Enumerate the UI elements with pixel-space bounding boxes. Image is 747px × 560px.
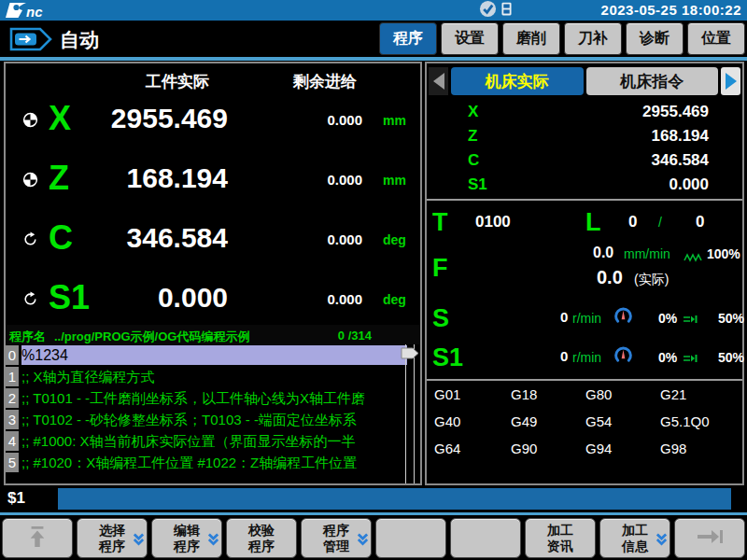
scrollbar-handle-icon[interactable] <box>401 346 419 358</box>
divider <box>427 379 742 381</box>
softkey-machining-news-button[interactable]: 加工 资讯 <box>525 518 596 558</box>
softkey-machining-info-button[interactable]: 加工 信息 <box>599 518 670 558</box>
softkey-program-manage-button[interactable]: 程序 管理 <box>301 518 372 558</box>
gcode: G40 <box>434 413 511 429</box>
program-path: ../prog/PROG示例/OG代码编程示例 <box>54 329 249 345</box>
axis-row-s1: S1 0.000 0.000 deg <box>6 280 420 321</box>
softkey-select-program-button[interactable]: 选择 程序 <box>77 518 148 558</box>
tool-life-separator: / <box>658 215 662 230</box>
axis-label: X <box>49 99 71 138</box>
softkey-verify-program-button[interactable]: 校验 程序 <box>226 518 297 558</box>
program-line[interactable]: 0 %1234 <box>6 344 407 366</box>
top-status-bar: nc 2023-05-25 18:00:22 <box>0 0 747 21</box>
workpiece-coordinate-panel: 工件实际 剩余进给 X 2955.469 0.000 mm Z 168.194 … <box>4 62 422 485</box>
softkey-label: 选择 <box>99 523 125 539</box>
program-line[interactable]: 2 ;; T0101 - -工件磨削坐标系，以工件轴心线为X轴工件磨 <box>6 387 407 409</box>
gcode: G90 <box>511 441 585 456</box>
position-icon <box>22 172 38 188</box>
chevron-down-icon <box>207 532 219 547</box>
coord-label: S1 <box>468 175 487 194</box>
program-listing: 0 %1234 1 ;; X轴为直径编程方式 2 ;; T0101 - -工件磨… <box>6 344 407 483</box>
feed-actual-value: 0.0 <box>597 267 623 288</box>
softkey-label: 程序 <box>248 539 275 554</box>
line-number: 5 <box>6 453 19 472</box>
machine-coord-row: S1 0.000 <box>427 175 742 200</box>
softkey-empty-button[interactable] <box>450 518 521 558</box>
tab-tool-comp[interactable]: 刀补 <box>564 22 622 55</box>
position-icon <box>22 112 38 128</box>
auto-mode-icon <box>9 27 52 51</box>
tab-settings[interactable]: 设置 <box>441 22 499 55</box>
softkey-label: 管理 <box>323 539 349 554</box>
program-line[interactable]: 1 ;; X轴为直径编程方式 <box>6 366 407 387</box>
tab-diagnosis[interactable]: 诊断 <box>626 22 684 55</box>
line-text: ;; T0102 - -砂轮修整坐标系；T0103 - -端面定位坐标系 <box>21 410 407 429</box>
tool-row: T 0100 L 0 / 0 <box>427 208 742 238</box>
machine-status-panel: 机床实际 机床指令 X 2955.469 Z 168.194 C 346.584… <box>425 62 744 485</box>
tab-machine-command[interactable]: 机床指令 <box>586 67 719 95</box>
axis-label: Z <box>49 159 69 198</box>
softkey-bar: 选择 程序 编辑 程序 校验 程序 程序 管理 加工 <box>0 515 747 560</box>
axis-remaining: 0.000 <box>327 291 362 307</box>
axis-unit: mm <box>383 113 406 128</box>
tab-program[interactable]: 程序 <box>379 22 437 55</box>
axis-remaining: 0.000 <box>327 231 362 247</box>
tool-life-value: 0 <box>628 213 637 231</box>
coord-label: X <box>468 103 478 121</box>
tab-machine-actual[interactable]: 机床实际 <box>451 67 584 95</box>
axis-remaining: 0.000 <box>327 172 362 188</box>
program-line[interactable]: 4 ;; #1000: X轴当前机床实际位置（界面显示坐标的一半 <box>6 430 407 452</box>
softkey-label: 加工 <box>622 523 648 539</box>
hnc-logo-icon: nc <box>5 1 63 20</box>
softkey-label: 资讯 <box>547 539 573 554</box>
feed-row: F 0.0 mm/min 100% 0.0 (实际) <box>427 243 742 299</box>
softkey-edit-program-button[interactable]: 编辑 程序 <box>151 518 222 558</box>
coord-value: 2955.469 <box>642 103 709 121</box>
line-text: ;; #1000: X轴当前机床实际位置（界面显示坐标的一半 <box>21 431 407 451</box>
softkey-page-up-button[interactable] <box>2 518 73 558</box>
gcode: G01 <box>434 386 511 402</box>
spindle-load-icon <box>683 351 699 368</box>
axis-label: C <box>49 218 73 258</box>
program-line[interactable]: 3 ;; T0102 - -砂轮修整坐标系；T0103 - -端面定位坐标系 <box>6 409 407 430</box>
gcode: G94 <box>585 441 660 456</box>
line-text: ;; #1020：X轴编程工件位置 #1022：Z轴编程工件位置 <box>21 453 407 472</box>
spindle-row: S 0 r/min 0% 50% <box>427 304 742 334</box>
line-number: 4 <box>6 431 19 451</box>
softkey-label: 信息 <box>622 539 648 554</box>
program-scrollbar[interactable] <box>405 344 415 483</box>
softkey-label: 程序 <box>174 539 200 554</box>
line-text: ;; T0101 - -工件磨削坐标系，以工件轴心线为X轴工件磨 <box>21 388 407 408</box>
axis-unit: deg <box>383 232 406 247</box>
gcode: G21 <box>660 386 733 402</box>
axis-value: 168.194 <box>127 162 228 194</box>
command-prompt: $1 <box>7 489 25 508</box>
coord-value: 346.584 <box>652 151 709 170</box>
axis-remaining: 0.000 <box>327 112 362 128</box>
right-arrow-icon <box>726 73 737 90</box>
axis-value: 346.584 <box>127 222 228 254</box>
softkey-empty-button[interactable] <box>375 518 446 558</box>
program-line[interactable]: 5 ;; #1020：X轴编程工件位置 #1022：Z轴编程工件位置 <box>6 452 407 473</box>
tab-grinding[interactable]: 磨削 <box>502 22 560 55</box>
line-text: %1234 <box>21 345 407 365</box>
line-number: 0 <box>6 345 19 365</box>
gcode: G98 <box>660 441 733 456</box>
spindle-override: 50% <box>718 350 744 365</box>
line-number: 1 <box>6 367 19 386</box>
tab-scroll-left-button[interactable] <box>429 67 448 95</box>
tool-life-letter: L <box>585 208 601 237</box>
softkey-menu-next-button[interactable] <box>674 518 745 558</box>
datetime-display: 2023-05-25 18:00:22 <box>601 2 741 18</box>
feed-letter: F <box>432 254 448 283</box>
command-input[interactable] <box>58 488 731 510</box>
axis-value: 2955.469 <box>111 103 228 134</box>
softkey-label: 加工 <box>547 523 573 539</box>
spindle-unit: r/min <box>572 350 601 365</box>
check-status-icon <box>479 0 497 21</box>
spindle-override: 50% <box>718 311 744 326</box>
tab-position[interactable]: 位置 <box>687 22 745 55</box>
feed-actual-label: (实际) <box>634 272 669 288</box>
tab-scroll-right-button[interactable] <box>721 67 740 95</box>
gcode: G64 <box>434 441 511 456</box>
